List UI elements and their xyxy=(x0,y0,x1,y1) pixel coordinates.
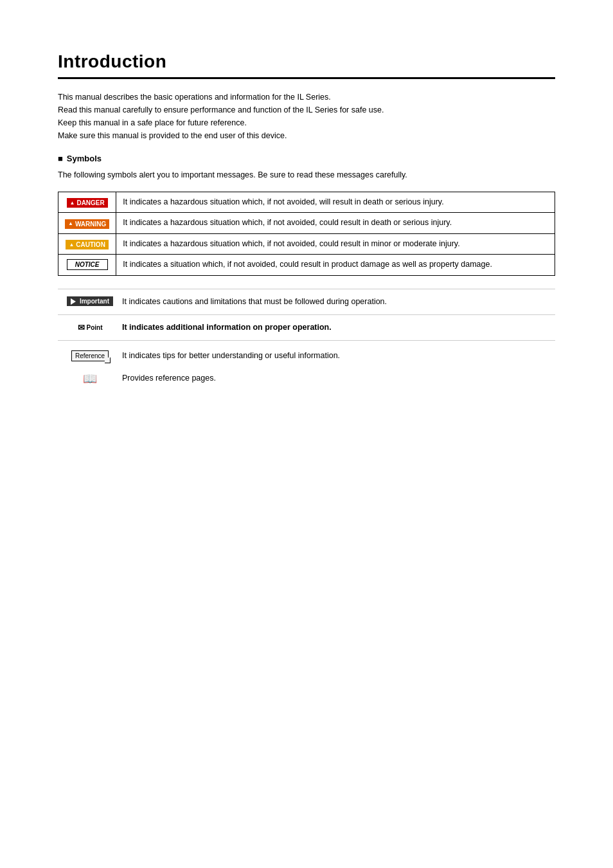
book-desc: Provides reference pages. xyxy=(116,372,549,384)
book-icon-cell: 📖 xyxy=(64,372,116,386)
symbol-table-bordered: ▲ DANGER It indicates a hazardous situat… xyxy=(58,192,555,276)
page-title: Introduction xyxy=(58,51,555,72)
danger-desc: It indicates a hazardous situation which… xyxy=(116,192,555,213)
symbol-row-caution: ▲ CAUTION It indicates a hazardous situa… xyxy=(58,233,555,254)
title-rule xyxy=(58,77,555,79)
symbol-row-danger: ▲ DANGER It indicates a hazardous situat… xyxy=(58,192,555,213)
book-row: 📖 Provides reference pages. xyxy=(58,366,555,390)
notice-badge: NOTICE xyxy=(67,259,108,270)
reference-desc: It indicates tips for better understandi… xyxy=(116,350,549,362)
symbols-desc: The following symbols alert you to impor… xyxy=(58,168,555,181)
caution-badge-cell: ▲ CAUTION xyxy=(58,233,116,254)
symbol-row-warning: ▲ WARNING It indicates a hazardous situa… xyxy=(58,213,555,233)
reference-badge-cell: Reference xyxy=(64,350,116,361)
point-badge-cell: ✉ Point xyxy=(64,321,116,334)
bottom-rows: Important It indicates cautions and limi… xyxy=(58,289,555,341)
point-badge: ✉ Point xyxy=(74,321,107,334)
warning-badge: ▲ WARNING xyxy=(65,219,109,229)
point-row: ✉ Point It indicates additional informat… xyxy=(58,315,555,341)
warning-desc: It indicates a hazardous situation which… xyxy=(116,213,555,233)
notice-badge-cell: NOTICE xyxy=(58,255,116,275)
danger-badge-cell: ▲ DANGER xyxy=(58,192,116,213)
book-icon: 📖 xyxy=(83,372,97,386)
symbol-row-notice: NOTICE It indicates a situation which, i… xyxy=(58,255,555,275)
important-badge: Important xyxy=(67,296,113,306)
warning-badge-cell: ▲ WARNING xyxy=(58,213,116,233)
notice-desc: It indicates a situation which, if not a… xyxy=(116,255,555,275)
reference-badge: Reference xyxy=(71,350,109,361)
point-desc: It indicates additional information on p… xyxy=(116,321,549,334)
caution-desc: It indicates a hazardous situation which… xyxy=(116,233,555,254)
danger-badge: ▲ DANGER xyxy=(67,198,108,208)
caution-badge: ▲ CAUTION xyxy=(66,240,108,249)
important-row: Important It indicates cautions and limi… xyxy=(58,289,555,315)
intro-text: This manual describes the basic operatio… xyxy=(58,91,555,142)
important-badge-cell: Important xyxy=(64,296,116,307)
symbols-heading: Symbols xyxy=(58,154,555,163)
important-desc: It indicates cautions and limitations th… xyxy=(116,296,549,308)
reference-row: Reference It indicates tips for better u… xyxy=(58,341,555,366)
